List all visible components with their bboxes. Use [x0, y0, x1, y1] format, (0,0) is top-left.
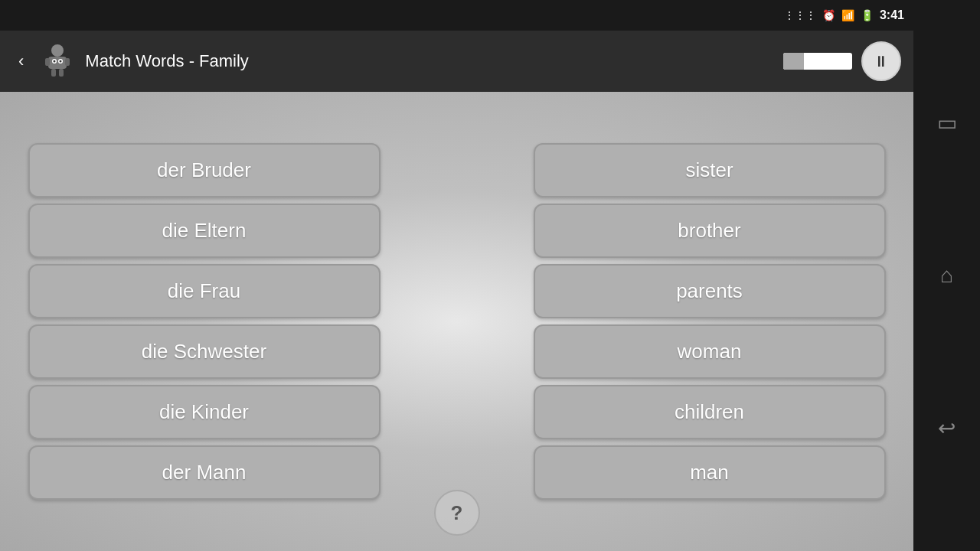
card-man[interactable]: man — [534, 445, 886, 500]
app-icon — [39, 43, 76, 80]
title-bar: ‹ Match Words - Family ⏸ — [0, 31, 913, 92]
nav-back-icon[interactable]: ↩ — [938, 416, 956, 441]
pause-icon: ⏸ — [874, 53, 889, 70]
status-time: 3:41 — [880, 8, 904, 22]
svg-rect-3 — [65, 58, 70, 66]
pause-button[interactable]: ⏸ — [861, 41, 901, 81]
nav-bar: ▭ ⌂ ↩ — [913, 0, 980, 551]
nav-recent-icon[interactable]: ▭ — [937, 110, 957, 135]
card-schwester[interactable]: die Schwester — [28, 324, 381, 379]
card-bruder[interactable]: der Bruder — [28, 143, 381, 197]
svg-rect-5 — [59, 69, 64, 77]
card-brother[interactable]: brother — [534, 204, 886, 258]
menu-icon: ⋮⋮⋮ — [784, 9, 816, 21]
card-parents[interactable]: parents — [534, 264, 886, 318]
card-mann[interactable]: der Mann — [28, 445, 381, 500]
cards-container: der Bruder die Eltern die Frau die Schwe… — [0, 92, 913, 551]
svg-rect-4 — [51, 69, 56, 77]
card-woman[interactable]: woman — [534, 324, 886, 379]
status-bar: ⋮⋮⋮ ⏰ 📶 🔋 3:41 — [0, 0, 913, 31]
card-children[interactable]: children — [534, 385, 886, 439]
battery-icon: 🔋 — [861, 9, 874, 21]
alarm-icon: ⏰ — [822, 9, 835, 21]
svg-point-8 — [54, 60, 56, 63]
main-content: der Bruder die Eltern die Frau die Schwe… — [0, 92, 913, 551]
signal-icon: 📶 — [841, 9, 854, 21]
help-button[interactable]: ? — [434, 490, 480, 536]
card-kinder[interactable]: die Kinder — [28, 385, 381, 439]
nav-home-icon[interactable]: ⌂ — [940, 263, 953, 288]
svg-rect-2 — [45, 58, 50, 66]
svg-rect-1 — [48, 57, 67, 69]
card-frau[interactable]: die Frau — [28, 264, 381, 318]
progress-bar — [783, 53, 852, 70]
card-eltern[interactable]: die Eltern — [28, 204, 381, 258]
progress-bar-fill — [783, 53, 804, 70]
right-column: sister brother parents woman children ma… — [534, 143, 886, 500]
left-column: der Bruder die Eltern die Frau die Schwe… — [28, 143, 381, 500]
svg-point-9 — [60, 60, 62, 63]
svg-point-0 — [51, 44, 64, 57]
card-sister[interactable]: sister — [534, 143, 886, 197]
app-title: Match Words - Family — [85, 51, 774, 71]
back-button[interactable]: ‹ — [12, 48, 30, 74]
